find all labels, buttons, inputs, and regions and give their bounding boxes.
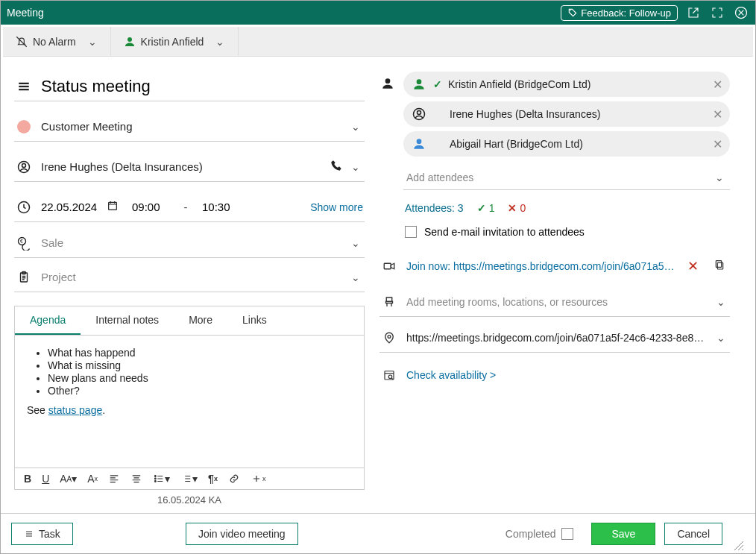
contact-row[interactable]: Irene Hughes (Delta Insurances) ⌄ — [14, 152, 365, 182]
join-now-link[interactable]: Join now: https://meetings.bridgecom.com… — [406, 260, 675, 272]
project-placeholder: Project — [41, 271, 76, 283]
agenda-editor[interactable]: What has happend What is missing New pla… — [15, 336, 364, 468]
rooms-placeholder: Add meeting rooms, locations, or resourc… — [406, 296, 608, 308]
align-center-button[interactable] — [130, 473, 142, 484]
join-video-button[interactable]: Join video meeting — [186, 523, 298, 545]
chevron-down-icon: ⌄ — [351, 271, 363, 283]
location-value: https://meetings.bridgecom.com/join/6a07… — [406, 332, 708, 344]
phone-icon[interactable] — [330, 160, 342, 174]
paragraph-button[interactable]: ¶x — [208, 473, 218, 485]
clipboard-icon — [16, 270, 32, 285]
popout-icon[interactable] — [685, 4, 702, 21]
show-more-link[interactable]: Show more — [310, 201, 363, 213]
right-column: ✓ Kristin Anfield (BridgeCom Ltd) ✕ Iren… — [379, 72, 730, 509]
feedback-button[interactable]: Feedback: Follow-up — [561, 5, 678, 21]
type-row[interactable]: Customer Meeting ⌄ — [14, 112, 365, 142]
end-time-input[interactable] — [202, 201, 239, 213]
person-outline-icon — [411, 106, 427, 122]
tab-agenda[interactable]: Agenda — [15, 306, 81, 335]
completed-checkbox[interactable] — [561, 528, 573, 540]
calendar-search-icon — [381, 368, 397, 383]
sale-row[interactable]: € Sale ⌄ — [14, 228, 365, 258]
person-outline-icon — [16, 160, 32, 174]
tab-more[interactable]: More — [174, 306, 227, 335]
chair-icon — [381, 295, 397, 309]
remove-video-link-button[interactable]: ✕ — [684, 258, 702, 274]
agenda-bullet: Other? — [48, 385, 352, 397]
send-invite-checkbox[interactable] — [405, 226, 417, 238]
copy-link-button[interactable] — [711, 258, 728, 274]
close-icon[interactable] — [733, 4, 749, 21]
chevron-down-icon: ⌄ — [716, 296, 728, 308]
cancel-button[interactable]: Cancel — [664, 523, 722, 545]
clock-icon — [16, 200, 32, 215]
check-availability-link[interactable]: Check availability > — [406, 369, 496, 381]
bullet-list-button[interactable]: ▾ — [153, 473, 170, 485]
task-button[interactable]: Task — [11, 523, 73, 545]
person-icon — [123, 35, 136, 48]
completed-toggle[interactable]: Completed — [505, 528, 574, 540]
subject-input[interactable] — [41, 77, 363, 96]
svg-rect-24 — [716, 261, 721, 268]
chevron-down-icon: ⌄ — [351, 161, 363, 173]
remove-attendee-button[interactable]: ✕ — [713, 137, 722, 151]
numbered-list-button[interactable]: ▾ — [180, 473, 198, 485]
tab-internal-notes[interactable]: Internal notes — [81, 306, 174, 335]
tab-links[interactable]: Links — [227, 306, 282, 335]
remove-attendee-button[interactable]: ✕ — [713, 78, 722, 92]
underline-button[interactable]: U — [42, 473, 49, 485]
start-time-input[interactable] — [132, 201, 169, 213]
font-size-button[interactable]: AA▾ — [60, 473, 77, 485]
meeting-dialog: Meeting Feedback: Follow-up No Alarm ⌄ — [0, 0, 756, 554]
align-left-button[interactable] — [108, 473, 120, 484]
rte-toolbar: B U AA▾ Ax ▾ ▾ ¶x x — [15, 468, 364, 489]
attendee-chip: Irene Hughes (Delta Insurances) ✕ — [403, 101, 730, 127]
secondary-toolbar: No Alarm ⌄ Kristin Anfield ⌄ — [3, 27, 753, 57]
svg-point-0 — [570, 10, 572, 11]
status-page-link[interactable]: status page — [48, 404, 102, 416]
check-icon: ✓ — [433, 78, 442, 90]
svg-rect-4 — [19, 85, 29, 86]
svg-text:€: € — [20, 239, 23, 244]
check-availability-row[interactable]: Check availability > — [379, 360, 730, 390]
svg-point-2 — [127, 37, 132, 42]
resize-handle-icon[interactable] — [733, 540, 745, 552]
svg-point-16 — [155, 481, 157, 482]
project-row[interactable]: Project ⌄ — [14, 262, 365, 292]
add-attendees-input[interactable]: Add attendees ⌄ — [403, 164, 730, 190]
person-icon — [411, 76, 427, 92]
attendee-summary: Attendees: 3 ✓1 ✕0 — [379, 190, 730, 221]
pin-icon — [381, 330, 397, 345]
person-icon — [379, 76, 396, 91]
tabs-bar: Agenda Internal notes More Links — [15, 306, 364, 336]
owner-dropdown[interactable]: Kristin Anfield ⌄ — [117, 27, 239, 56]
fullscreen-icon[interactable] — [709, 4, 725, 21]
link-button[interactable] — [228, 473, 240, 484]
subject-row — [14, 72, 365, 101]
location-row[interactable]: https://meetings.bridgecom.com/join/6a07… — [379, 323, 730, 353]
titlebar: Meeting Feedback: Follow-up — [1, 1, 755, 25]
save-button[interactable]: Save — [591, 523, 655, 545]
send-invite-row[interactable]: Send e-mail invitation to attendees — [379, 221, 730, 251]
svg-rect-22 — [384, 263, 391, 269]
remove-attendee-button[interactable]: ✕ — [713, 107, 722, 122]
svg-point-21 — [417, 139, 422, 144]
declined-count: ✕0 — [508, 202, 526, 214]
svg-point-17 — [385, 78, 391, 84]
clear-format-button[interactable]: Ax — [87, 473, 98, 485]
currency-icon: € — [16, 236, 32, 251]
bold-button[interactable]: B — [24, 473, 31, 485]
date-input[interactable] — [41, 201, 104, 213]
contact-value: Irene Hughes (Delta Insurances) — [41, 160, 203, 173]
rooms-row[interactable]: Add meeting rooms, locations, or resourc… — [379, 287, 730, 317]
insert-button[interactable]: x — [251, 473, 266, 484]
type-color-icon — [17, 120, 31, 133]
list-icon — [16, 80, 32, 93]
alarm-dropdown[interactable]: No Alarm ⌄ — [9, 27, 111, 56]
svg-point-20 — [418, 110, 421, 114]
left-column: Customer Meeting ⌄ Irene Hughes (Delta I… — [14, 72, 365, 509]
notes-tabs-box: Agenda Internal notes More Links What ha… — [14, 306, 365, 490]
type-value: Customer Meeting — [41, 120, 133, 133]
calendar-icon[interactable] — [107, 200, 119, 214]
agenda-bullet: What is missing — [48, 359, 352, 371]
